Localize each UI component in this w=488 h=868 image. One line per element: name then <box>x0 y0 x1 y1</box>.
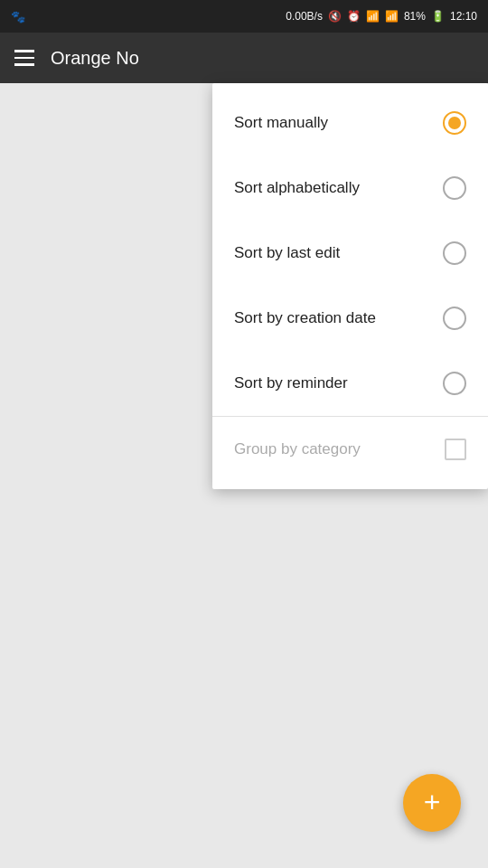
sort-alphabetically-item[interactable]: Sort alphabetically <box>212 156 488 221</box>
status-bar: 🐾 0.00B/s 🔇 ⏰ 📶 📶 81% 🔋 12:10 <box>0 0 488 33</box>
add-note-fab[interactable]: + <box>403 774 461 832</box>
sort-alphabetically-radio[interactable] <box>443 176 466 200</box>
sort-by-last-edit-item[interactable]: Sort by last edit <box>212 221 488 286</box>
status-bar-right: 0.00B/s 🔇 ⏰ 📶 📶 81% 🔋 12:10 <box>286 10 477 23</box>
hamburger-line <box>14 57 34 60</box>
mute-icon: 🔇 <box>328 10 342 23</box>
toolbar: Orange No <box>0 33 488 83</box>
sort-by-last-edit-radio[interactable] <box>443 241 466 265</box>
sort-by-creation-date-item[interactable]: Sort by creation date <box>212 286 488 351</box>
sort-by-last-edit-label: Sort by last edit <box>234 244 340 262</box>
signal-icon: 📶 <box>385 10 399 23</box>
toolbar-title: Orange No <box>51 48 139 69</box>
sort-by-reminder-radio[interactable] <box>443 372 466 395</box>
group-by-category-item[interactable]: Group by category <box>212 417 488 482</box>
sort-by-creation-date-label: Sort by creation date <box>234 309 376 327</box>
group-by-category-label: Group by category <box>234 440 361 458</box>
sort-manually-label: Sort manually <box>234 114 328 132</box>
wifi-icon: 📶 <box>366 10 380 23</box>
sort-by-creation-date-radio[interactable] <box>443 307 466 330</box>
battery-percent: 81% <box>404 10 426 23</box>
group-by-category-checkbox[interactable] <box>445 439 466 460</box>
hamburger-line <box>14 50 34 52</box>
sort-alphabetically-label: Sort alphabetically <box>234 179 360 197</box>
app-icon: 🐾 <box>11 10 25 24</box>
alarm-icon: ⏰ <box>347 10 361 23</box>
menu-button[interactable] <box>14 50 34 66</box>
status-bar-left: 🐾 <box>11 10 25 24</box>
network-speed: 0.00B/s <box>286 10 323 23</box>
main-content: Sort manually Sort alphabetically Sort b… <box>0 83 488 868</box>
clock: 12:10 <box>450 10 477 23</box>
sort-by-reminder-item[interactable]: Sort by reminder <box>212 351 488 416</box>
battery-icon: 🔋 <box>431 10 445 23</box>
hamburger-line <box>14 63 34 66</box>
sort-dropdown-menu: Sort manually Sort alphabetically Sort b… <box>212 83 488 489</box>
sort-manually-item[interactable]: Sort manually <box>212 90 488 156</box>
fab-plus-icon: + <box>424 788 441 816</box>
sort-by-reminder-label: Sort by reminder <box>234 374 348 392</box>
sort-manually-radio[interactable] <box>443 111 466 135</box>
